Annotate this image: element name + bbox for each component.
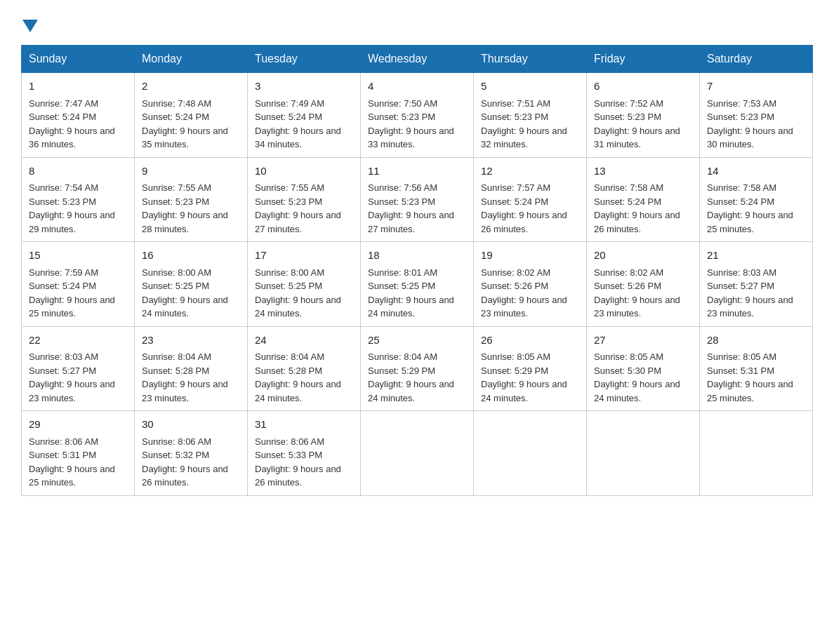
- day-info: Sunrise: 7:58 AMSunset: 5:24 PMDaylight:…: [594, 182, 680, 234]
- day-info: Sunrise: 8:06 AMSunset: 5:32 PMDaylight:…: [142, 436, 228, 488]
- day-info: Sunrise: 7:49 AMSunset: 5:24 PMDaylight:…: [255, 98, 341, 150]
- day-number: 26: [481, 333, 579, 349]
- page-header: [21, 14, 813, 32]
- column-header-sunday: Sunday: [22, 46, 135, 73]
- day-number: 18: [368, 248, 466, 264]
- calendar-cell: 14Sunrise: 7:58 AMSunset: 5:24 PMDayligh…: [700, 157, 813, 242]
- calendar-cell: 24Sunrise: 8:04 AMSunset: 5:28 PMDayligh…: [248, 326, 361, 411]
- day-info: Sunrise: 7:48 AMSunset: 5:24 PMDaylight:…: [142, 98, 228, 150]
- day-number: 16: [142, 248, 240, 264]
- day-number: 5: [481, 79, 579, 95]
- calendar-cell: 19Sunrise: 8:02 AMSunset: 5:26 PMDayligh…: [474, 242, 587, 327]
- day-info: Sunrise: 7:58 AMSunset: 5:24 PMDaylight:…: [707, 182, 793, 234]
- day-number: 31: [255, 417, 353, 433]
- day-info: Sunrise: 7:54 AMSunset: 5:23 PMDaylight:…: [29, 182, 115, 234]
- calendar-cell: 20Sunrise: 8:02 AMSunset: 5:26 PMDayligh…: [587, 242, 700, 327]
- column-header-friday: Friday: [587, 46, 700, 73]
- day-info: Sunrise: 8:04 AMSunset: 5:28 PMDaylight:…: [142, 351, 228, 403]
- calendar-cell: 21Sunrise: 8:03 AMSunset: 5:27 PMDayligh…: [700, 242, 813, 327]
- day-info: Sunrise: 7:55 AMSunset: 5:23 PMDaylight:…: [142, 182, 228, 234]
- day-number: 29: [29, 417, 127, 433]
- day-info: Sunrise: 8:05 AMSunset: 5:30 PMDaylight:…: [594, 351, 680, 403]
- day-number: 15: [29, 248, 127, 264]
- calendar-week-row: 1Sunrise: 7:47 AMSunset: 5:24 PMDaylight…: [22, 73, 813, 158]
- day-number: 17: [255, 248, 353, 264]
- day-number: 27: [594, 333, 692, 349]
- calendar-cell: [474, 411, 587, 496]
- calendar-cell: 26Sunrise: 8:05 AMSunset: 5:29 PMDayligh…: [474, 326, 587, 411]
- logo: [21, 14, 38, 32]
- day-info: Sunrise: 8:06 AMSunset: 5:31 PMDaylight:…: [29, 436, 115, 488]
- calendar-cell: 22Sunrise: 8:03 AMSunset: 5:27 PMDayligh…: [22, 326, 135, 411]
- day-info: Sunrise: 8:06 AMSunset: 5:33 PMDaylight:…: [255, 436, 341, 488]
- logo-arrow-icon: [22, 20, 38, 32]
- day-number: 30: [142, 417, 240, 433]
- calendar-cell: 30Sunrise: 8:06 AMSunset: 5:32 PMDayligh…: [135, 411, 248, 496]
- day-info: Sunrise: 7:56 AMSunset: 5:23 PMDaylight:…: [368, 182, 454, 234]
- calendar-table: SundayMondayTuesdayWednesdayThursdayFrid…: [21, 45, 813, 496]
- day-info: Sunrise: 8:02 AMSunset: 5:26 PMDaylight:…: [481, 267, 567, 319]
- calendar-cell: 31Sunrise: 8:06 AMSunset: 5:33 PMDayligh…: [248, 411, 361, 496]
- day-number: 4: [368, 79, 466, 95]
- calendar-cell: 13Sunrise: 7:58 AMSunset: 5:24 PMDayligh…: [587, 157, 700, 242]
- calendar-cell: 25Sunrise: 8:04 AMSunset: 5:29 PMDayligh…: [361, 326, 474, 411]
- day-number: 1: [29, 79, 127, 95]
- day-info: Sunrise: 8:03 AMSunset: 5:27 PMDaylight:…: [29, 351, 115, 403]
- day-number: 22: [29, 333, 127, 349]
- calendar-cell: 10Sunrise: 7:55 AMSunset: 5:23 PMDayligh…: [248, 157, 361, 242]
- day-number: 7: [707, 79, 805, 95]
- calendar-cell: 2Sunrise: 7:48 AMSunset: 5:24 PMDaylight…: [135, 73, 248, 158]
- day-info: Sunrise: 8:02 AMSunset: 5:26 PMDaylight:…: [594, 267, 680, 319]
- day-info: Sunrise: 7:57 AMSunset: 5:24 PMDaylight:…: [481, 182, 567, 234]
- column-header-monday: Monday: [135, 46, 248, 73]
- calendar-cell: 18Sunrise: 8:01 AMSunset: 5:25 PMDayligh…: [361, 242, 474, 327]
- day-number: 20: [594, 248, 692, 264]
- day-number: 23: [142, 333, 240, 349]
- column-header-tuesday: Tuesday: [248, 46, 361, 73]
- calendar-cell: 8Sunrise: 7:54 AMSunset: 5:23 PMDaylight…: [22, 157, 135, 242]
- calendar-cell: 17Sunrise: 8:00 AMSunset: 5:25 PMDayligh…: [248, 242, 361, 327]
- day-number: 13: [594, 163, 692, 180]
- day-info: Sunrise: 8:04 AMSunset: 5:28 PMDaylight:…: [255, 351, 341, 403]
- day-number: 9: [142, 163, 240, 180]
- calendar-cell: [361, 411, 474, 496]
- day-number: 21: [707, 248, 805, 264]
- day-number: 10: [255, 163, 353, 180]
- calendar-cell: 11Sunrise: 7:56 AMSunset: 5:23 PMDayligh…: [361, 157, 474, 242]
- calendar-week-row: 15Sunrise: 7:59 AMSunset: 5:24 PMDayligh…: [22, 242, 813, 327]
- calendar-cell: 16Sunrise: 8:00 AMSunset: 5:25 PMDayligh…: [135, 242, 248, 327]
- day-info: Sunrise: 8:01 AMSunset: 5:25 PMDaylight:…: [368, 267, 454, 319]
- day-number: 2: [142, 79, 240, 95]
- calendar-cell: 27Sunrise: 8:05 AMSunset: 5:30 PMDayligh…: [587, 326, 700, 411]
- column-header-thursday: Thursday: [474, 46, 587, 73]
- day-info: Sunrise: 8:05 AMSunset: 5:31 PMDaylight:…: [707, 351, 793, 403]
- column-header-wednesday: Wednesday: [361, 46, 474, 73]
- day-info: Sunrise: 7:53 AMSunset: 5:23 PMDaylight:…: [707, 98, 793, 150]
- day-info: Sunrise: 7:47 AMSunset: 5:24 PMDaylight:…: [29, 98, 115, 150]
- day-number: 12: [481, 163, 579, 180]
- calendar-header-row: SundayMondayTuesdayWednesdayThursdayFrid…: [22, 46, 813, 73]
- calendar-cell: 12Sunrise: 7:57 AMSunset: 5:24 PMDayligh…: [474, 157, 587, 242]
- calendar-cell: 28Sunrise: 8:05 AMSunset: 5:31 PMDayligh…: [700, 326, 813, 411]
- day-number: 11: [368, 163, 466, 180]
- svg-marker-0: [22, 20, 38, 32]
- day-number: 6: [594, 79, 692, 95]
- day-info: Sunrise: 8:05 AMSunset: 5:29 PMDaylight:…: [481, 351, 567, 403]
- calendar-cell: [587, 411, 700, 496]
- day-number: 25: [368, 333, 466, 349]
- day-info: Sunrise: 7:55 AMSunset: 5:23 PMDaylight:…: [255, 182, 341, 234]
- calendar-cell: 3Sunrise: 7:49 AMSunset: 5:24 PMDaylight…: [248, 73, 361, 158]
- calendar-cell: 5Sunrise: 7:51 AMSunset: 5:23 PMDaylight…: [474, 73, 587, 158]
- day-info: Sunrise: 8:00 AMSunset: 5:25 PMDaylight:…: [255, 267, 341, 319]
- calendar-cell: 4Sunrise: 7:50 AMSunset: 5:23 PMDaylight…: [361, 73, 474, 158]
- calendar-week-row: 29Sunrise: 8:06 AMSunset: 5:31 PMDayligh…: [22, 411, 813, 496]
- column-header-saturday: Saturday: [700, 46, 813, 73]
- calendar-cell: 1Sunrise: 7:47 AMSunset: 5:24 PMDaylight…: [22, 73, 135, 158]
- day-info: Sunrise: 8:03 AMSunset: 5:27 PMDaylight:…: [707, 267, 793, 319]
- day-number: 28: [707, 333, 805, 349]
- day-info: Sunrise: 7:50 AMSunset: 5:23 PMDaylight:…: [368, 98, 454, 150]
- day-info: Sunrise: 7:52 AMSunset: 5:23 PMDaylight:…: [594, 98, 680, 150]
- calendar-week-row: 22Sunrise: 8:03 AMSunset: 5:27 PMDayligh…: [22, 326, 813, 411]
- calendar-cell: 23Sunrise: 8:04 AMSunset: 5:28 PMDayligh…: [135, 326, 248, 411]
- calendar-cell: 6Sunrise: 7:52 AMSunset: 5:23 PMDaylight…: [587, 73, 700, 158]
